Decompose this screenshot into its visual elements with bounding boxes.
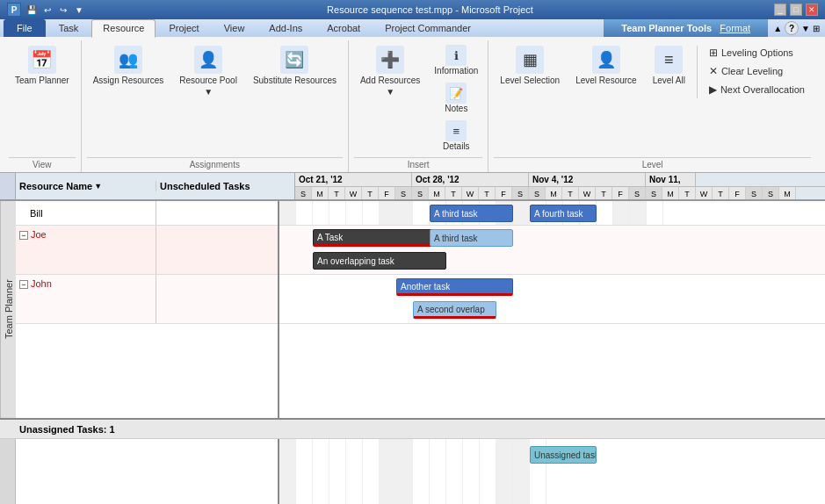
tab-project[interactable]: Project [157,19,210,37]
joe-collapse-btn[interactable]: − [19,231,28,240]
bill-third-task-label: A third task [434,209,477,219]
gc [396,201,413,225]
joe-third-task-bar[interactable]: A third task [430,229,513,247]
next-overallocation-icon: ▶ [709,83,717,96]
level-all-btn[interactable]: ≡ Level All [647,42,691,89]
joe-timeline-row: A Task An overlapping task A third task [279,226,825,275]
save-qa-btn[interactable]: 💾 [25,3,39,17]
week-labels-row: Oct 21, '12 Oct 28, '12 Nov 4, '12 Nov 1… [295,173,825,187]
tab-project-commander[interactable]: Project Commander [373,19,482,37]
day-m3: M [546,187,562,199]
substitute-resources-btn[interactable]: 🔄 Substitute Resources [247,42,343,89]
resource-col-dropdown[interactable]: ▼ [94,182,102,191]
bill-name-cell: Bill [16,201,156,225]
bill-tasks-cell [156,201,278,225]
insert-group-content: ➕ Add Resources▼ ℹ Information 📝 Notes ≡… [354,40,482,155]
unassigned-label: Unassigned Tasks: 1 [19,424,115,435]
john-second-overlap-bar[interactable]: A second overlap [413,301,496,319]
day-m: M [312,187,329,199]
day-t4: T [479,187,496,199]
john-another-task-label: Another task [401,282,450,292]
unassigned-side-label [0,439,16,504]
week-nov11: Nov 11, [646,173,696,186]
help-btn[interactable]: ? [785,21,799,35]
notes-btn[interactable]: 📝 Notes [430,80,482,116]
title-bar-left: P 💾 ↩ ↪ ▼ [7,3,86,17]
quick-access-toolbar: 💾 ↩ ↪ ▼ [25,3,86,17]
gc [329,201,346,225]
ugc [296,439,313,504]
gc [597,201,613,225]
tab-resource[interactable]: Resource [91,19,156,38]
minimize-btn[interactable]: _ [774,4,786,16]
day-w2: W [462,187,479,199]
week-oct28: Oct 28, '12 [412,173,529,186]
add-resources-btn[interactable]: ➕ Add Resources▼ [354,42,426,100]
bill-third-task-bar[interactable]: A third task [430,205,513,222]
view-group-content: 📅 Team Planner [9,40,76,155]
resource-pool-btn[interactable]: 👤 Resource Pool▼ [173,42,243,100]
unassigned-section: Unassigned Tasks: 1 [0,418,825,504]
unassigned-body: Unassigned task [0,439,825,504]
unassigned-task-bar[interactable]: Unassigned task [530,446,597,464]
tab-view[interactable]: View [213,19,257,37]
ribbon-content: 📅 Team Planner View 👥 Assign Resources 👤… [0,37,825,172]
gc [513,201,530,225]
more-qa-btn[interactable]: ▼ [72,3,86,17]
details-btn[interactable]: ≡ Details [430,118,482,154]
next-overallocation-btn[interactable]: ▶ Next Overallocation [703,81,811,98]
ugc [513,439,530,504]
joe-tasks-cell [156,226,278,274]
close-btn[interactable]: ✕ [806,4,818,16]
team-planner-btn[interactable]: 📅 Team Planner [9,42,76,89]
gc [346,201,363,225]
ribbon-group-level: ▦ Level Selection 👤 Level Resource ≡ Lev… [488,40,816,172]
tab-format[interactable]: Format [720,23,750,33]
redo-qa-btn[interactable]: ↪ [56,3,70,17]
joe-overlapping-task-bar[interactable]: An overlapping task [313,252,446,270]
john-another-task-bar[interactable]: Another task [396,278,513,296]
gc [279,201,296,225]
undo-qa-btn[interactable]: ↩ [40,3,54,17]
tab-addins[interactable]: Add-Ins [257,19,314,37]
clear-leveling-btn[interactable]: ✕ Clear Leveling [703,62,811,80]
level-selection-icon: ▦ [516,46,544,74]
information-btn[interactable]: ℹ Information [430,42,482,78]
day-m4: M [662,187,679,199]
john-collapse-btn[interactable]: − [19,280,28,289]
level-resource-btn[interactable]: 👤 Level Resource [569,42,642,89]
app-icon: P [7,3,21,17]
joe-a-task-bar[interactable]: A Task [313,229,446,247]
leveling-options-icon: ⊞ [709,47,718,59]
tab-acrobat[interactable]: Acrobat [315,19,372,37]
assign-resources-btn[interactable]: 👥 Assign Resources [87,42,170,89]
window-controls: _ □ ✕ [774,4,818,16]
day-s5: S [529,187,546,199]
bill-fourth-task-bar[interactable]: A fourth task [530,205,597,222]
ugc [329,439,346,504]
team-planner-side-header [0,173,16,199]
title-bar: P 💾 ↩ ↪ ▼ Resource sequence test.mpp - M… [0,0,825,19]
gc [613,201,630,225]
maximize-btn[interactable]: □ [790,4,802,16]
day-s7: S [646,187,662,199]
ugc [463,439,480,504]
minimize-ribbon-btn[interactable]: ▼ [801,24,810,33]
ugc [430,439,446,504]
tab-task[interactable]: Task [47,19,90,37]
clear-leveling-icon: ✕ [709,65,718,77]
joe-name: Joe [31,229,47,240]
day-t8: T [713,187,729,199]
assignments-group-content: 👥 Assign Resources 👤 Resource Pool▼ 🔄 Su… [87,40,343,155]
add-tab-btn[interactable]: ⊞ [813,24,820,33]
day-t7: T [679,187,696,199]
view-group-label: View [9,157,76,172]
joe-third-task-label: A third task [434,234,477,243]
gantt-body: Team Planner Bill − Joe − [0,201,825,418]
help-up-btn[interactable]: ▲ [773,24,782,33]
level-selection-btn[interactable]: ▦ Level Selection [494,42,566,89]
day-s: S [295,187,312,199]
resource-pool-icon: 👤 [194,46,222,74]
tab-file[interactable]: File [4,19,46,37]
leveling-options-btn[interactable]: ⊞ Leveling Options [703,44,811,61]
